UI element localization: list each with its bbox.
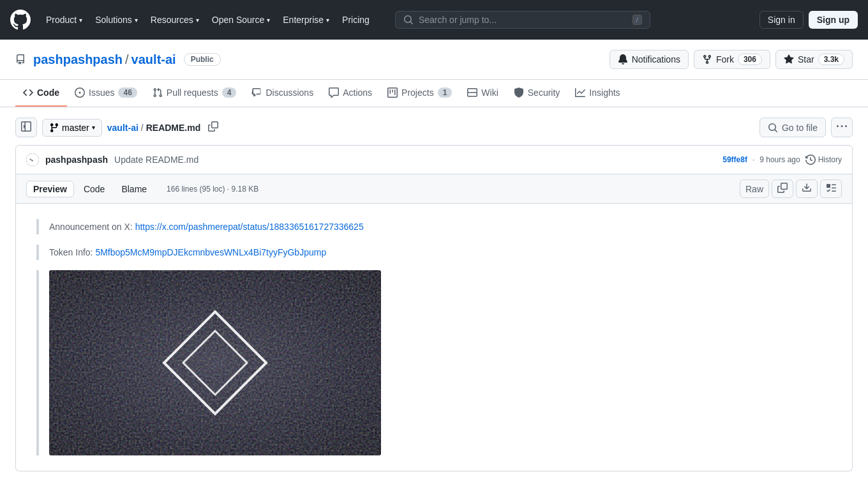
tab-code[interactable]: Code (15, 80, 67, 107)
nav-enterprise[interactable]: Enterprise ▾ (278, 11, 334, 29)
search-icon (403, 15, 414, 25)
history-button[interactable]: History (805, 155, 842, 165)
svg-marker-0 (164, 312, 266, 414)
top-navigation: Product ▾ Solutions ▾ Resources ▾ Open S… (0, 0, 868, 40)
fork-label: Fork (716, 54, 734, 65)
repo-header: pashpashpash / vault-ai Public Notificat… (0, 40, 868, 80)
file-breadcrumb-bar: master ▾ vault-ai / README.md Go to file (15, 118, 853, 137)
raw-button[interactable]: Raw (740, 179, 769, 198)
tab-insights[interactable]: Insights (567, 80, 627, 107)
preview-tab-button[interactable]: Preview (26, 181, 74, 197)
token-link[interactable]: 5Mfbop5McM9mpDJEkcmnbvesWNLx4Bi7tyyFyGbJ… (95, 247, 326, 257)
actions-icon (329, 88, 339, 98)
branch-icon (49, 123, 59, 133)
list-view-button[interactable] (820, 179, 842, 198)
token-info-blockquote: Token Info: 5Mfbop5McM9mpDJEkcmnbvesWNLx… (36, 245, 832, 260)
star-button[interactable]: Star 3.3k (775, 50, 853, 69)
copy-path-button[interactable] (206, 119, 221, 136)
tab-discussions[interactable]: Discussions (244, 80, 321, 107)
search-shortcut-badge: / (632, 15, 642, 25)
commit-separator: · (752, 155, 754, 164)
nav-pricing[interactable]: Pricing (337, 11, 375, 29)
tab-actions-label: Actions (343, 88, 372, 98)
fork-icon (702, 54, 712, 65)
file-info-bar: pashpashpash Update README.md 59ffe8f · … (15, 145, 853, 174)
tab-projects[interactable]: Projects 1 (380, 80, 460, 107)
announcement-blockquote: Announcement on X: https://x.com/pashmer… (36, 219, 832, 234)
repo-path-link[interactable]: vault-ai (107, 123, 138, 133)
commit-hash-link[interactable]: 59ffe8f (722, 155, 747, 164)
goto-file-label: Go to file (782, 123, 818, 133)
pr-icon (153, 88, 163, 98)
signup-button[interactable]: Sign up (809, 11, 858, 29)
repo-actions: Notifications Fork 306 Star 3.3k (610, 50, 853, 69)
code-tab-button[interactable]: Code (77, 181, 112, 197)
nav-product[interactable]: Product ▾ (41, 11, 87, 29)
commit-message-text: Update README.md (114, 155, 198, 165)
tab-pr-label: Pull requests (167, 88, 218, 98)
repo-breadcrumb: pashpashpash / vault-ai (33, 52, 176, 67)
bell-icon (618, 54, 628, 65)
star-icon (784, 54, 794, 65)
more-options-icon (837, 121, 847, 132)
breadcrumb-separator: / (125, 52, 129, 67)
visibility-badge: Public (184, 53, 221, 66)
chevron-icon: ▾ (196, 17, 199, 24)
download-icon (802, 183, 812, 193)
copy-icon (208, 121, 218, 132)
tab-pr-badge: 4 (222, 88, 237, 98)
repo-owner-link[interactable]: pashpashpash (33, 52, 123, 67)
notifications-label: Notifications (632, 54, 680, 65)
copy-content-button[interactable] (772, 179, 793, 198)
tab-pull-requests[interactable]: Pull requests 4 (145, 80, 244, 107)
branch-selector[interactable]: master ▾ (42, 119, 102, 137)
file-container: master ▾ vault-ai / README.md Go to file (0, 107, 868, 482)
github-logo-icon (10, 10, 31, 30)
announcement-prefix: Announcement on X: (49, 222, 133, 232)
announcement-link[interactable]: https://x.com/pashmerepat/status/1883365… (135, 222, 364, 232)
repo-icon (15, 54, 26, 65)
fork-button[interactable]: Fork 306 (694, 50, 770, 69)
security-icon (514, 88, 524, 98)
token-prefix: Token Info: (49, 247, 93, 257)
signin-button[interactable]: Sign in (760, 11, 804, 29)
fork-count-badge: 306 (738, 54, 762, 65)
history-label: History (818, 155, 842, 164)
blame-tab-button[interactable]: Blame (114, 181, 154, 197)
file-stats: 166 lines (95 loc) · 9.18 KB (167, 185, 258, 194)
tab-issues[interactable]: Issues 46 (67, 80, 145, 107)
history-icon (805, 155, 816, 165)
current-file: README.md (146, 123, 201, 133)
tab-issues-label: Issues (89, 88, 114, 98)
search-small-icon (768, 123, 778, 133)
diamond-graphic (151, 299, 279, 427)
notifications-button[interactable]: Notifications (610, 50, 689, 69)
tab-actions[interactable]: Actions (321, 80, 380, 107)
tab-wiki[interactable]: Wiki (460, 80, 505, 107)
tab-code-label: Code (37, 88, 59, 98)
sidebar-toggle-button[interactable] (15, 118, 37, 137)
nav-opensource[interactable]: Open Source ▾ (207, 11, 276, 29)
readme-image-blockquote (36, 270, 832, 455)
nav-resources[interactable]: Resources ▾ (146, 11, 204, 29)
tab-security[interactable]: Security (506, 80, 568, 107)
tab-security-label: Security (528, 88, 560, 98)
chevron-down-icon: ▾ (92, 124, 95, 131)
search-input[interactable] (419, 15, 627, 25)
chevron-icon: ▾ (267, 17, 270, 24)
download-button[interactable] (796, 179, 818, 198)
sidebar-toggle-icon (21, 121, 31, 132)
projects-icon (387, 88, 398, 98)
main-nav-links: Product ▾ Solutions ▾ Resources ▾ Open S… (41, 11, 375, 29)
file-action-buttons: Raw (740, 179, 842, 198)
wiki-icon (467, 88, 477, 98)
nav-solutions[interactable]: Solutions ▾ (90, 11, 143, 29)
commit-time: 9 hours ago (760, 155, 800, 164)
github-logo[interactable] (10, 10, 31, 30)
repo-tabs: Code Issues 46 Pull requests 4 Discussio… (0, 80, 868, 107)
breadcrumb-right-actions: Go to file (760, 118, 853, 137)
goto-file-button[interactable]: Go to file (760, 118, 826, 137)
repo-name-link[interactable]: vault-ai (131, 52, 176, 67)
more-options-button[interactable] (831, 118, 853, 137)
tab-issues-badge: 46 (118, 88, 137, 98)
